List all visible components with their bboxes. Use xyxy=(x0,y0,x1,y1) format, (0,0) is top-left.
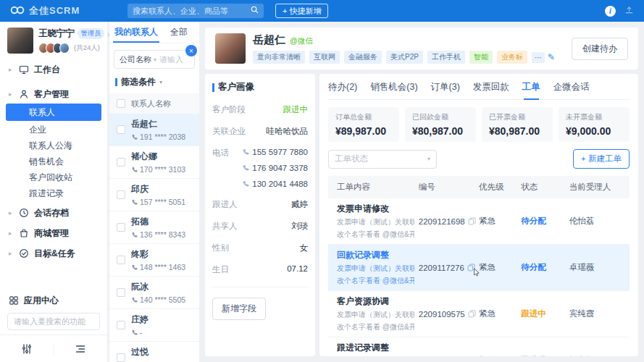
edit-tags-icon[interactable]: ✎ xyxy=(548,52,555,62)
global-search[interactable] xyxy=(127,4,264,18)
ticket-title-link[interactable]: 客户资源协调 xyxy=(337,295,414,308)
global-search-input[interactable] xyxy=(133,7,251,15)
sidebar-item-workbench[interactable]: ▸ 工作台 xyxy=(0,61,107,78)
function-search-input[interactable] xyxy=(7,313,100,330)
more-tags-button[interactable]: ⋯ xyxy=(532,52,545,63)
sidebar-item-session-archive[interactable]: ▸ 会话存档 xyxy=(0,204,107,222)
tag: 意向非常清晰 xyxy=(253,51,305,64)
sidebar-item-mall-mgmt[interactable]: ▸ 商城管理 xyxy=(0,224,107,242)
accent-bar xyxy=(212,83,214,92)
filter-field-select[interactable]: 公司名称 xyxy=(114,54,154,65)
phone-icon xyxy=(131,329,138,336)
list-item[interactable]: 拓德 136 **** 8343 xyxy=(109,211,199,244)
sidebar-item-recycle-bin[interactable]: 客户回收站 xyxy=(0,169,107,185)
search-icon[interactable] xyxy=(251,6,259,16)
company-value[interactable]: 哇哈哈饮品 xyxy=(267,126,309,137)
row-checkbox[interactable] xyxy=(117,223,125,232)
info-icon[interactable]: i xyxy=(605,6,616,17)
ticket-title-link[interactable]: 发票申请修改 xyxy=(337,203,414,215)
ticket-title-link[interactable]: 回款记录调整 xyxy=(337,249,414,261)
share-icon[interactable] xyxy=(624,5,634,17)
tab-tickets[interactable]: 工单 xyxy=(522,81,540,99)
sidebar-item-label: 客户管理 xyxy=(34,88,69,101)
list-item[interactable]: 褚心娜 170 **** 3103 xyxy=(109,146,199,179)
table-row[interactable]: 回款记录调整 发票申请（测试）关联联系人 改个名字看看 @微信&开票方式 220… xyxy=(328,245,630,291)
monitor-icon xyxy=(19,64,29,75)
phone-icon xyxy=(242,164,249,172)
new-ticket-button[interactable]: + 新建工单 xyxy=(573,149,630,169)
phone-icon xyxy=(131,297,138,303)
list-item[interactable]: 岳超仁 191 **** 2038 xyxy=(109,114,199,146)
sidebar-item-follow-records[interactable]: 跟进记录 xyxy=(0,185,107,201)
sidebar-item-contacts[interactable]: 联系人 xyxy=(6,104,101,121)
row-checkbox[interactable] xyxy=(117,288,125,297)
select-all-checkbox[interactable] xyxy=(117,99,125,108)
quick-add-button[interactable]: + 快捷新增 xyxy=(275,4,328,18)
row-checkbox[interactable] xyxy=(117,125,125,134)
ticket-status-select[interactable]: 工单状态 ▾ xyxy=(328,150,437,169)
table-header: 工单内容 编号 优先级 状态 当前受理人 xyxy=(328,176,630,198)
row-checkbox[interactable] xyxy=(117,256,125,264)
contact-avatar xyxy=(215,33,246,64)
tab-my-contacts[interactable]: 我的联系人 xyxy=(109,22,163,43)
user-avatar xyxy=(7,28,33,54)
filter-value-input[interactable] xyxy=(156,55,194,64)
column-contact-name: 联系人名称 xyxy=(131,98,171,109)
user-card[interactable]: 王晓宁宁 管理员 › (共24人) xyxy=(0,22,107,58)
close-icon[interactable]: × xyxy=(185,45,197,56)
chevron-down-icon: ▾ xyxy=(159,79,162,85)
sidebar-item-label: 工作台 xyxy=(34,64,60,76)
tab-todos[interactable]: 待办(2) xyxy=(328,81,357,99)
menu-list-icon[interactable] xyxy=(54,343,108,355)
stats-row: 订单总金额 ¥89,987.00 已回款金额 ¥80,987.00 已开票金额 … xyxy=(328,107,630,142)
add-field-button[interactable]: 新增字段 xyxy=(212,298,266,320)
list-item[interactable]: 过悦 132 **** 9637 xyxy=(109,342,199,362)
phone-icon xyxy=(131,264,138,271)
tab-invoice-payments[interactable]: 发票回款 xyxy=(473,81,509,99)
table-row[interactable]: 客户资源协调 发票申请（测试）关联联系人 改个名字看看 @微信&开票方式 220… xyxy=(328,291,630,337)
list-item[interactable]: 阮冰 140 **** 5505 xyxy=(109,277,199,309)
birthday-value: 07.12 xyxy=(287,264,308,273)
tab-orders[interactable]: 订单(3) xyxy=(431,81,460,99)
contacts-panel: 我的联系人 全部 公司名称 ▾ × 筛选条件 ▾ 联系人名称 岳超仁 191 *… xyxy=(109,22,199,362)
list-item[interactable]: 邱庆 157 **** 5051 xyxy=(109,179,199,211)
row-checkbox[interactable] xyxy=(117,158,125,167)
customer-profile-card: 客户画像 客户阶段 跟进中 关联企业 哇哈哈饮品 电话 155 5977 788… xyxy=(205,74,315,356)
contact-name: 岳超仁 xyxy=(253,33,285,47)
copy-icon[interactable] xyxy=(468,310,476,318)
sidebar-menu: ▸ 工作台 ▸ 客户管理 联系人 企业 联系人公海 销售机会 客户回收站 跟进记… xyxy=(0,58,107,292)
row-checkbox[interactable] xyxy=(117,321,125,329)
sidebar-item-app-center[interactable]: 应用中心 xyxy=(7,292,100,309)
sidebar-item-companies[interactable]: 企业 xyxy=(0,122,107,138)
create-todo-button[interactable]: 创建待办 xyxy=(572,38,628,60)
table-row[interactable]: 跟进记录调整 发票申请（测试）关联联系人 改个名字看看 @微信&开票方式 220… xyxy=(328,337,630,356)
row-checkbox[interactable] xyxy=(117,353,125,362)
app-logo[interactable]: 全佳SCRM xyxy=(10,4,119,17)
avatar xyxy=(59,43,70,54)
sidebar-item-label: 应用中心 xyxy=(24,295,59,307)
status-badge: 跟进中 xyxy=(521,308,569,319)
sidebar-item-contact-pool[interactable]: 联系人公海 xyxy=(0,138,107,153)
person-icon xyxy=(19,89,29,99)
tab-sales-opps[interactable]: 销售机会(3) xyxy=(370,81,417,99)
list-item[interactable]: 终彩 148 **** 1463 xyxy=(109,244,199,277)
table-row[interactable]: 发票申请修改 发票申请（测试）关联联系人 改个名字看看 @微信&开票方式 220… xyxy=(328,198,630,245)
sidebar-item-sales-opps[interactable]: 销售机会 xyxy=(0,153,107,169)
team-avatars[interactable]: (共24人) xyxy=(38,43,100,54)
ticket-title-link[interactable]: 跟进记录调整 xyxy=(337,342,414,354)
clock-icon xyxy=(19,208,29,218)
sidebar-item-goals-tasks[interactable]: ▸ 目标&任务 xyxy=(0,245,107,262)
row-checkbox[interactable] xyxy=(117,190,125,199)
phone-icon xyxy=(131,134,138,140)
sliders-icon[interactable] xyxy=(0,343,54,355)
sidebar-item-customer-mgmt[interactable]: ▸ 客户管理 xyxy=(0,85,107,103)
tab-wecom-sessions[interactable]: 企微会话 xyxy=(553,81,590,99)
company-filter: 公司名称 ▾ × xyxy=(114,50,195,69)
copy-icon[interactable] xyxy=(468,217,476,225)
user-name: 王晓宁宁 xyxy=(38,28,75,40)
filter-conditions-toggle[interactable]: 筛选条件 ▾ xyxy=(115,76,193,88)
tab-all-contacts[interactable]: 全部 xyxy=(163,22,199,43)
chevron-collapsed-icon: ▸ xyxy=(9,250,14,257)
chevron-collapsed-icon: ▸ xyxy=(9,230,14,237)
list-item[interactable]: 庄婷 - xyxy=(109,309,199,342)
